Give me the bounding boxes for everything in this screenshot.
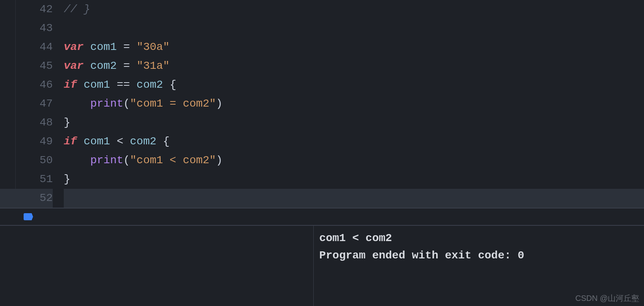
watermark: CSDN @山河丘壑 [575,293,639,304]
line-number: 46 [16,76,53,94]
variables-panel[interactable] [0,226,314,306]
code-content[interactable]: // }var com1 = "30a"var com2 = "31a"if c… [59,0,644,208]
breadcrumb-bar[interactable] [0,208,644,226]
line-number: 50 [16,151,53,170]
code-line[interactable]: var com2 = "31a" [64,57,644,76]
code-editor[interactable]: 4243444546474849505152 // }var com1 = "3… [0,0,644,208]
line-number-gutter: 4243444546474849505152 [16,0,59,208]
code-line[interactable]: print("com1 = com2") [64,94,644,113]
breadcrumb-tag-icon[interactable] [24,213,33,220]
line-number: 44 [16,38,53,57]
code-line[interactable]: var com1 = "30a" [64,38,644,57]
line-number: 42 [16,0,53,19]
bottom-panels: com1 < com2 Program ended with exit code… [0,226,644,306]
code-line[interactable]: print("com1 < com2") [64,151,644,170]
line-number: 45 [16,57,53,76]
code-line[interactable] [64,19,644,38]
console-line: Program ended with exit code: 0 [319,247,638,264]
line-number: 43 [16,19,53,38]
editor-wrapper: 4243444546474849505152 // }var com1 = "3… [0,0,644,306]
code-line[interactable]: // } [64,0,644,19]
line-number: 47 [16,94,53,113]
console-line: com1 < com2 [319,230,638,247]
code-line[interactable]: if com1 < com2 { [64,132,644,151]
code-line[interactable] [64,189,644,208]
code-line[interactable]: } [64,170,644,189]
gutter-margin [0,0,16,208]
line-number: 51 [16,170,53,189]
code-line[interactable]: if com1 == com2 { [64,76,644,94]
line-number: 48 [16,113,53,132]
code-line[interactable]: } [64,113,644,132]
line-number: 52 [16,189,53,208]
line-number: 49 [16,132,53,151]
